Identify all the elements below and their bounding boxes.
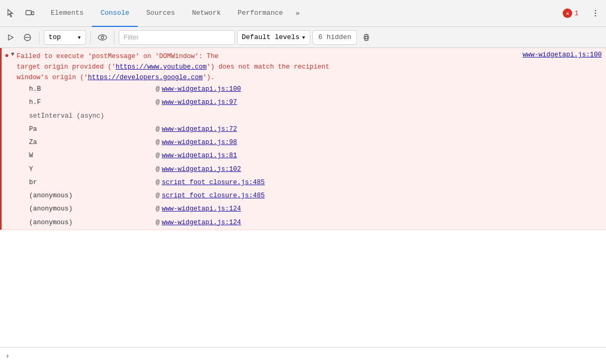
stack-frame-Y: Y @ www-widgetapi.js:102: [2, 163, 606, 176]
separator-3: [114, 31, 115, 44]
log-levels-selector[interactable]: Default levels ▾: [237, 30, 310, 45]
tab-network[interactable]: Network: [184, 0, 230, 27]
stack-link-anon3[interactable]: www-widgetapi.js:124: [162, 217, 241, 228]
tab-sources[interactable]: Sources: [138, 0, 184, 27]
svg-point-2: [595, 10, 596, 12]
stack-at-6: @: [156, 164, 160, 175]
stack-frame-W: W @ www-widgetapi.js:81: [2, 149, 606, 162]
separator-1: [39, 31, 40, 44]
stack-fn-W: W: [29, 150, 156, 161]
stack-at-10: @: [156, 217, 160, 228]
separator-2: [90, 31, 91, 44]
context-value: top: [49, 33, 61, 41]
stack-async-marker: setInterval (async): [2, 110, 606, 123]
eye-button[interactable]: [95, 30, 110, 45]
console-prompt-bar[interactable]: ›: [0, 347, 606, 364]
stack-frame-Za: Za @ www-widgetapi.js:98: [2, 136, 606, 149]
error-x-icon: ✕: [566, 10, 570, 17]
stack-link-hF[interactable]: www-widgetapi.js:97: [162, 97, 238, 108]
stack-link-anon2[interactable]: www-widgetapi.js:124: [162, 204, 241, 215]
stack-link-hB[interactable]: www-widgetapi.js:100: [162, 84, 241, 95]
stack-fn-anon3: (anonymous): [29, 217, 156, 228]
stack-fn-anon2: (anonymous): [29, 204, 156, 215]
error-text: Failed to execute 'postMessage' on 'DOMW…: [16, 51, 523, 83]
stack-at-1: @: [156, 84, 160, 95]
stack-at-7: @: [156, 177, 160, 188]
chevron-down-icon: ▾: [77, 33, 81, 42]
svg-point-4: [595, 15, 596, 17]
stack-fn-Pa: Pa: [29, 124, 156, 135]
hidden-count-badge[interactable]: 6 hidden: [313, 30, 357, 45]
stack-link-W[interactable]: www-widgetapi.js:81: [162, 150, 238, 161]
stack-link-Y[interactable]: www-widgetapi.js:102: [162, 164, 241, 175]
filter-input[interactable]: [119, 30, 235, 45]
stack-fn-anon1: (anonymous): [29, 190, 156, 202]
console-toolbar: top ▾ Default levels ▾ 6 hidden: [0, 27, 606, 48]
stack-at-4: @: [156, 137, 160, 148]
stack-frame-Pa: Pa @ www-widgetapi.js:72: [2, 123, 606, 136]
stack-link-Pa[interactable]: www-widgetapi.js:72: [162, 124, 238, 135]
stack-at-9: @: [156, 204, 160, 215]
stack-at-8: @: [156, 190, 160, 202]
stack-frame-anon3: (anonymous) @ www-widgetapi.js:124: [2, 216, 606, 229]
tab-elements[interactable]: Elements: [42, 0, 92, 27]
levels-label: Default levels: [242, 33, 299, 41]
stack-frame-anon1: (anonymous) @ script_foot_closure.js:485: [2, 189, 606, 203]
tab-console[interactable]: Console: [92, 0, 138, 27]
stack-frame-anon2: (anonymous) @ www-widgetapi.js:124: [2, 203, 606, 216]
svg-rect-1: [32, 12, 34, 15]
levels-chevron-icon: ▾: [301, 33, 306, 42]
stack-frame-hB: h.B @ www-widgetapi.js:100: [2, 83, 606, 96]
stack-link-Za[interactable]: www-widgetapi.js:98: [162, 137, 238, 148]
error-main-row: ● ▼ Failed to execute 'postMessage' on '…: [2, 48, 606, 83]
svg-point-3: [595, 13, 596, 14]
error-message-block: ● ▼ Failed to execute 'postMessage' on '…: [0, 48, 606, 230]
error-icon: ●: [5, 52, 9, 60]
devtools-left-icons: [2, 5, 38, 22]
error-circle-icon: ✕: [563, 8, 572, 18]
more-tabs-button[interactable]: »: [291, 0, 304, 27]
svg-point-8: [98, 35, 107, 40]
stack-at-5: @: [156, 150, 160, 161]
context-selector[interactable]: top ▾: [44, 30, 86, 45]
tab-bar: Elements Console Sources Network Perform…: [0, 0, 606, 27]
execute-button[interactable]: [3, 30, 18, 45]
device-toggle-icon[interactable]: [21, 5, 38, 22]
google-link[interactable]: https://developers.google.com: [88, 74, 203, 81]
youtube-link[interactable]: https://www.youtube.com: [116, 63, 207, 71]
settings-gear-button[interactable]: [359, 30, 374, 45]
stack-frame-hF: h.F @ www-widgetapi.js:97: [2, 96, 606, 109]
svg-rect-0: [26, 11, 31, 15]
error-toggle[interactable]: ▼: [11, 51, 15, 58]
devtools-menu-button[interactable]: [587, 5, 604, 22]
stack-fn-br: br: [29, 177, 156, 188]
clear-button[interactable]: [20, 30, 35, 45]
hidden-count-text: 6 hidden: [318, 33, 351, 41]
stack-frame-br: br @ script_foot_closure.js:485: [2, 176, 606, 189]
stack-fn-hF: h.F: [29, 97, 156, 108]
error-count: 1: [574, 9, 579, 17]
stack-fn-Za: Za: [29, 137, 156, 148]
stack-at-3: @: [156, 124, 160, 135]
stack-link-br[interactable]: script_foot_closure.js:485: [162, 177, 265, 188]
stack-at-2: @: [156, 97, 160, 108]
error-count-badge[interactable]: ✕ 1: [558, 7, 583, 19]
tab-performance[interactable]: Performance: [229, 0, 291, 27]
stack-fn-hB: h.B: [29, 84, 156, 95]
svg-point-9: [101, 36, 104, 39]
error-source-link[interactable]: www-widgetapi.js:100: [523, 51, 602, 59]
stack-fn-Y: Y: [29, 164, 156, 175]
tab-bar-right-controls: ✕ 1: [558, 5, 604, 22]
stack-link-anon1[interactable]: script_foot_closure.js:485: [162, 190, 265, 202]
svg-point-10: [365, 36, 368, 39]
prompt-chevron-icon: ›: [5, 352, 10, 360]
cursor-icon[interactable]: [2, 5, 19, 22]
console-output: ● ▼ Failed to execute 'postMessage' on '…: [0, 48, 606, 347]
svg-marker-5: [8, 35, 13, 40]
